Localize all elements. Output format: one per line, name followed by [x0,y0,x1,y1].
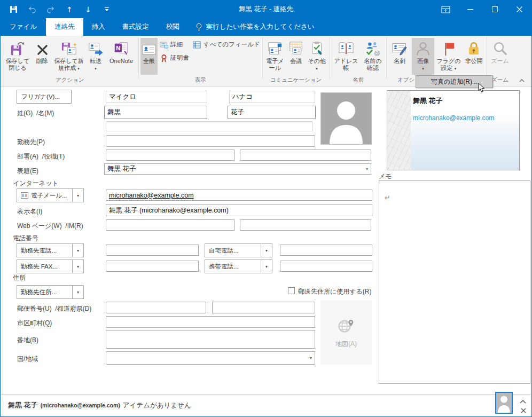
zoom-button: ズーム [489,38,511,75]
business-fax-button-label[interactable]: 勤務先 FAX... [17,260,72,273]
business-phone-button-label[interactable]: 勤務先電話... [17,244,72,257]
people-pane-avatar[interactable] [495,392,513,414]
move-down-button[interactable]: ↓ [83,5,93,14]
furigana-first-field[interactable]: ハナコ [229,91,315,103]
email-button[interactable]: 電子メール [264,38,286,75]
im-field[interactable] [240,219,371,231]
all-fields-button[interactable]: すべてのフィールド [193,39,260,50]
redo-button[interactable] [46,5,56,14]
save-close-icon [10,38,26,57]
home-phone-dropdown[interactable]: ▾ [261,244,272,257]
picture-button[interactable]: 画像▾ [412,38,434,75]
delete-label: 削除 [36,58,48,65]
department-field[interactable] [106,150,234,161]
tab-review[interactable]: 校閲 [158,18,188,36]
business-fax-field[interactable] [106,261,199,272]
business-phone-dropdown[interactable]: ▾ [72,244,83,257]
dropdown-caret[interactable]: ▾ [310,356,312,360]
all-fields-label: すべてのフィールド [204,41,260,49]
prefecture-field[interactable] [212,302,315,313]
webpage-field[interactable] [106,219,234,231]
email-field-dropdown[interactable]: ▾ [72,189,83,202]
onenote-icon: N [113,38,129,57]
business-card-button[interactable]: 名刺 [389,38,410,75]
last-name-field[interactable]: 舞黒 [104,106,207,119]
save-button[interactable] [9,5,18,14]
window-title: 舞黒 花子 - 連絡先 [239,5,293,14]
notes-field[interactable]: ↵ [379,180,530,384]
street-field[interactable] [106,330,315,349]
onenote-button[interactable]: N OneNote [105,38,137,75]
contact-photo-placeholder[interactable] [320,92,372,145]
check-names-icon: @ [365,38,381,57]
display-as-field[interactable]: 舞黒 花子 (microhanako@example.com) [106,204,372,216]
mobile-phone-button[interactable]: 携帯電話... ▾ [205,259,272,273]
delete-button[interactable]: 削除 [33,38,52,75]
general-view-button[interactable]: 全般 [140,38,158,75]
ribbon-tabs: ファイル 連絡先 挿入 書式設定 校閲 実行したい作業を入力してください [1,18,531,36]
tellme-box[interactable]: 実行したい作業を入力してください [188,18,315,36]
mobile-phone-button-label[interactable]: 携帯電話... [205,260,261,273]
mailing-address-checkbox[interactable] [288,287,295,294]
job-title-field[interactable] [240,150,371,161]
tab-file[interactable]: ファイル [1,18,46,36]
save-new-icon [61,38,77,57]
certificates-button[interactable]: 証明書 [160,52,189,64]
ribbon-display-options-button[interactable] [433,1,458,18]
mobile-phone-field[interactable] [280,261,372,272]
home-phone-button-label[interactable]: 自宅電話... [205,244,261,257]
city-field[interactable] [106,316,315,328]
mailing-address-label: 郵送先住所に使用する(R) [298,287,372,296]
minimize-button[interactable] [458,1,482,18]
check-names-button[interactable]: @ 名前の確認 [361,38,385,75]
email-address-field[interactable]: microhanako@example.com [106,190,372,201]
zoom-label: ズーム [491,58,509,65]
first-name-field[interactable]: 花子 [228,106,316,119]
zip-field[interactable] [106,302,206,313]
business-phone-field[interactable] [106,245,199,256]
tab-insert[interactable]: 挿入 [83,18,114,36]
business-card-preview[interactable]: 舞黒 花子 microhanako@example.com [387,90,520,170]
dropdown-caret[interactable]: ▾ [366,167,368,171]
save-close-button[interactable]: 保存して閉じる [4,38,32,75]
move-up-button[interactable]: ↑ [65,5,74,14]
country-field[interactable]: ▾ [106,351,315,365]
people-pane-close-button[interactable] [519,407,528,414]
collapse-ribbon-button[interactable] [517,77,527,84]
forward-button[interactable]: 転送▾ [86,38,105,75]
business-card-label: 名刺 [394,58,405,65]
save-new-button[interactable]: 保存して新規作成 ▾ [53,38,85,75]
email-field-button-main[interactable]: 電子メール... [17,189,72,202]
follow-up-button[interactable]: フラグの設定 ▾ [436,38,461,75]
details-button[interactable]: 詳細 [160,39,183,50]
private-button[interactable]: 非公開 [462,38,486,75]
group-separator [330,37,330,79]
close-button[interactable] [507,1,531,18]
address-book-button[interactable]: アドレス帳 [332,38,360,75]
window-controls [433,1,531,18]
file-as-field[interactable]: 舞黒 花子 ▾ [104,163,371,175]
business-fax-button[interactable]: 勤務先 FAX... ▾ [17,259,84,273]
tab-format[interactable]: 書式設定 [114,18,158,36]
maximize-button[interactable] [482,1,507,18]
more-communication-button[interactable]: その他▾ [306,38,327,75]
customize-qat-button[interactable] [102,5,112,14]
business-fax-dropdown[interactable]: ▾ [72,260,83,273]
furigana-last-field[interactable]: マイクロ [106,91,207,103]
people-pane-expand-button[interactable] [518,398,528,405]
business-address-dropdown[interactable]: ▾ [72,286,83,298]
business-address-button[interactable]: 勤務先住所... ▾ [17,285,84,299]
company-field[interactable] [106,135,315,147]
home-phone-button[interactable]: 自宅電話... ▾ [205,243,272,257]
home-phone-field[interactable] [280,245,372,256]
business-phone-button[interactable]: 勤務先電話... ▾ [17,243,84,257]
chevron-up-icon [519,78,525,83]
mobile-phone-dropdown[interactable]: ▾ [261,260,272,273]
meeting-button[interactable]: 会議 [287,38,304,75]
business-address-button-label[interactable]: 勤務先住所... [17,286,72,298]
middle-name-field[interactable] [106,121,312,131]
furigana-button[interactable]: フリガナ(V)... [17,90,72,104]
undo-button[interactable] [27,5,37,14]
tab-contact[interactable]: 連絡先 [46,18,83,36]
email-field-button[interactable]: 電子メール... ▾ [17,188,84,202]
